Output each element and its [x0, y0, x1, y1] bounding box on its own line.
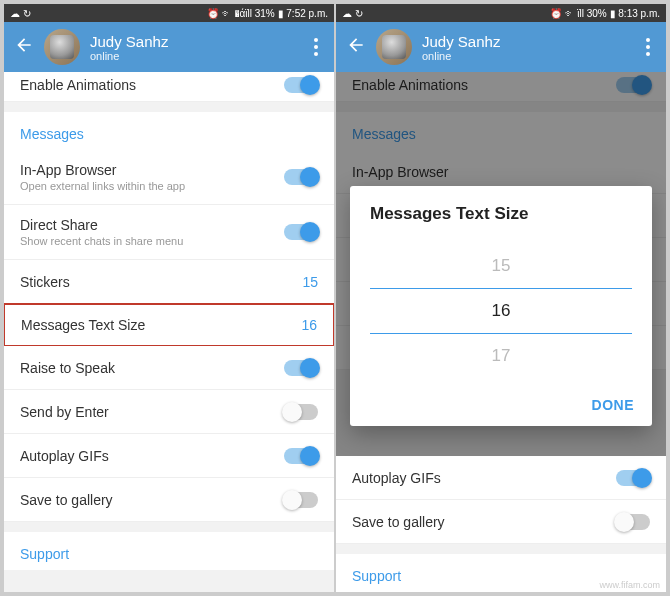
avatar[interactable]: [376, 29, 412, 65]
row-label: Save to gallery: [20, 492, 284, 508]
phone-screenshot-left: ☁ ↻ ⏰ ᯤ �άϊll 31% ▮ 7:52 p.m. Judy Sanhz…: [4, 4, 334, 592]
status-left-icons: ☁ ↻: [342, 8, 363, 19]
row-label: Enable Animations: [20, 77, 284, 93]
autoplay-gifs-row[interactable]: Autoplay GIFs: [4, 434, 334, 478]
messages-text-size-row[interactable]: Messages Text Size 16: [4, 303, 334, 347]
contact-status: online: [422, 50, 640, 62]
raise-to-speak-row[interactable]: Raise to Speak: [4, 346, 334, 390]
picker-option-current[interactable]: 16: [370, 288, 632, 334]
toggle-on[interactable]: [616, 470, 650, 486]
section-messages: Messages: [336, 112, 666, 150]
chat-header: Judy Sanhz online: [336, 22, 666, 72]
contact-status: online: [90, 50, 308, 62]
more-icon[interactable]: [640, 32, 656, 62]
chat-header: Judy Sanhz online: [4, 22, 334, 72]
avatar[interactable]: [44, 29, 80, 65]
toggle-on[interactable]: [284, 169, 318, 185]
more-icon[interactable]: [308, 32, 324, 62]
row-label: Enable Animations: [352, 77, 616, 93]
toggle-on[interactable]: [284, 77, 318, 93]
row-label: Save to gallery: [352, 514, 616, 530]
contact-name: Judy Sanhz: [90, 33, 308, 50]
done-button[interactable]: DONE: [592, 397, 634, 413]
row-label: In-App Browser: [352, 164, 650, 180]
toggle-off[interactable]: [616, 514, 650, 530]
toggle-on[interactable]: [284, 360, 318, 376]
row-label: Autoplay GIFs: [20, 448, 284, 464]
status-right-icons: ⏰ ᯤ �άϊll 31% ▮ 7:52 p.m.: [207, 8, 328, 19]
toggle-off[interactable]: [284, 492, 318, 508]
row-label: Send by Enter: [20, 404, 284, 420]
picker-option-next[interactable]: 17: [370, 334, 632, 378]
number-picker[interactable]: 15 16 17: [350, 234, 652, 388]
watermark: www.fifam.com: [599, 580, 660, 590]
enable-animations-row[interactable]: Enable Animations: [4, 72, 334, 102]
back-icon[interactable]: [14, 35, 34, 59]
picker-option-prev[interactable]: 15: [370, 244, 632, 288]
row-label: Stickers: [20, 274, 302, 290]
toggle-on: [616, 77, 650, 93]
row-value: 16: [301, 317, 317, 333]
status-right-icons: ⏰ ᯤ ⁠ϊll 30% ▮ 8:13 p.m.: [550, 8, 660, 19]
row-sublabel: Open external links within the app: [20, 180, 284, 192]
send-by-enter-row[interactable]: Send by Enter: [4, 390, 334, 434]
status-bar: ☁ ↻ ⏰ ᯤ ⁠ϊll 30% ▮ 8:13 p.m.: [336, 4, 666, 22]
row-sublabel: Show recent chats in share menu: [20, 235, 284, 247]
stickers-row[interactable]: Stickers 15: [4, 260, 334, 304]
save-to-gallery-row[interactable]: Save to gallery: [4, 478, 334, 522]
back-icon[interactable]: [346, 35, 366, 59]
row-value: 15: [302, 274, 318, 290]
row-label: Raise to Speak: [20, 360, 284, 376]
toggle-on[interactable]: [284, 448, 318, 464]
section-support[interactable]: Support: [4, 532, 334, 570]
text-size-dialog: Messages Text Size 15 16 17 DONE: [350, 186, 652, 426]
settings-list[interactable]: Enable Animations Messages In-App Browse…: [4, 72, 334, 592]
phone-screenshot-right: ☁ ↻ ⏰ ᯤ ⁠ϊll 30% ▮ 8:13 p.m. Judy Sanhz …: [336, 4, 666, 592]
toggle-on[interactable]: [284, 224, 318, 240]
save-to-gallery-row[interactable]: Save to gallery: [336, 500, 666, 544]
row-label: Messages Text Size: [21, 317, 301, 333]
in-app-browser-row[interactable]: In-App Browser Open external links withi…: [4, 150, 334, 205]
row-label: Autoplay GIFs: [352, 470, 616, 486]
enable-animations-row: Enable Animations: [336, 72, 666, 102]
dialog-title: Messages Text Size: [350, 204, 652, 234]
row-label: Direct Share: [20, 217, 284, 233]
section-messages: Messages: [4, 112, 334, 150]
toggle-off[interactable]: [284, 404, 318, 420]
direct-share-row[interactable]: Direct Share Show recent chats in share …: [4, 205, 334, 260]
autoplay-gifs-row[interactable]: Autoplay GIFs: [336, 456, 666, 500]
status-left-icons: ☁ ↻: [10, 8, 31, 19]
row-label: In-App Browser: [20, 162, 284, 178]
status-bar: ☁ ↻ ⏰ ᯤ �άϊll 31% ▮ 7:52 p.m.: [4, 4, 334, 22]
contact-name: Judy Sanhz: [422, 33, 640, 50]
